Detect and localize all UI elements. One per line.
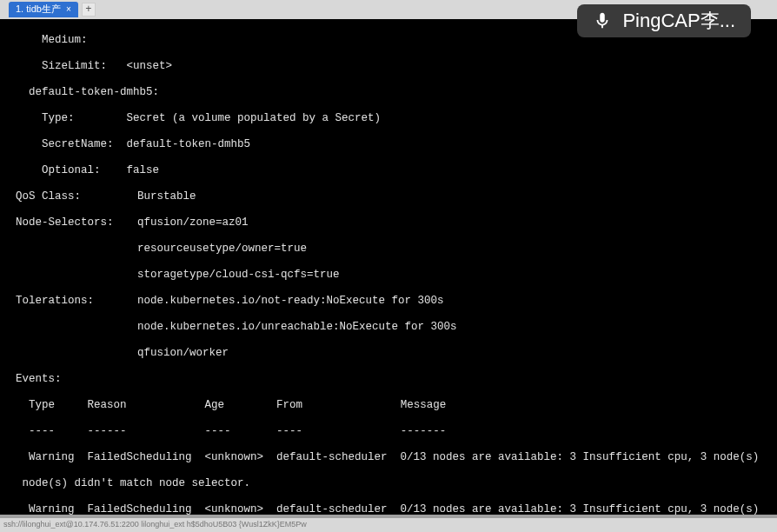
kv-line: node.kubernetes.io/unreachable:NoExecute… bbox=[16, 321, 775, 334]
volume-header: default-token-dmhb5: bbox=[16, 86, 775, 99]
caption-overlay: PingCAP李... bbox=[577, 4, 751, 37]
status-bar: ssh://lilonghui_ext@10.174.76.51:2200 li… bbox=[0, 518, 777, 532]
kv-line: SizeLimit: <unset> bbox=[16, 60, 775, 73]
caption-text: PingCAP李... bbox=[622, 10, 735, 32]
terminal-output[interactable]: Medium: SizeLimit: <unset> default-token… bbox=[0, 19, 777, 515]
add-tab-button[interactable]: + bbox=[82, 3, 96, 17]
kv-line: resourceusetype/owner=true bbox=[16, 243, 775, 256]
kv-line: Node-Selectors:qfusion/zone=az01 bbox=[16, 216, 775, 229]
kv-line: qfusion/worker bbox=[16, 347, 775, 360]
event-row: node(s) didn't match node selector. bbox=[16, 477, 775, 490]
kv-line: Optional: false bbox=[16, 164, 775, 177]
kv-line: QoS Class:Burstable bbox=[16, 190, 775, 203]
kv-line: Tolerations:node.kubernetes.io/not-ready… bbox=[16, 295, 775, 308]
event-row: Warning FailedScheduling <unknown> defau… bbox=[16, 503, 775, 515]
events-dividers: ---- ------ ---- ---- ------- bbox=[16, 425, 775, 438]
tab-active[interactable]: 1. tidb生产 × bbox=[9, 2, 78, 17]
kv-line: SecretName: default-token-dmhb5 bbox=[16, 138, 775, 151]
close-icon[interactable]: × bbox=[66, 4, 71, 15]
kv-line: Type: Secret (a volume populated by a Se… bbox=[16, 112, 775, 125]
kv-line: storagetype/cloud-csi-qcfs=true bbox=[16, 269, 775, 282]
mic-icon bbox=[593, 11, 612, 30]
tab-label: 1. tidb生产 bbox=[16, 3, 61, 15]
events-header: Events: bbox=[16, 373, 775, 386]
event-row: Warning FailedScheduling <unknown> defau… bbox=[16, 451, 775, 464]
events-columns: Type Reason Age From Message bbox=[16, 399, 775, 412]
